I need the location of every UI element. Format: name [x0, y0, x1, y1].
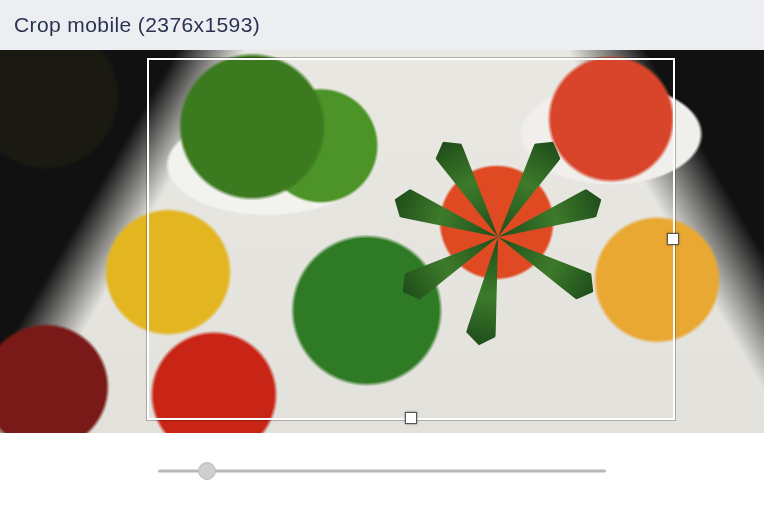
zoom-slider-track — [158, 470, 606, 473]
crop-canvas[interactable] — [0, 50, 764, 433]
zoom-slider-area — [0, 433, 764, 509]
zoom-slider[interactable] — [158, 462, 606, 480]
resize-handle-south[interactable] — [405, 412, 417, 424]
resize-handle-east[interactable] — [667, 233, 679, 245]
crop-selection[interactable] — [147, 58, 675, 420]
zoom-slider-thumb[interactable] — [198, 462, 216, 480]
header-bar: Crop mobile (2376x1593) — [0, 0, 764, 50]
page-title: Crop mobile (2376x1593) — [14, 13, 260, 37]
